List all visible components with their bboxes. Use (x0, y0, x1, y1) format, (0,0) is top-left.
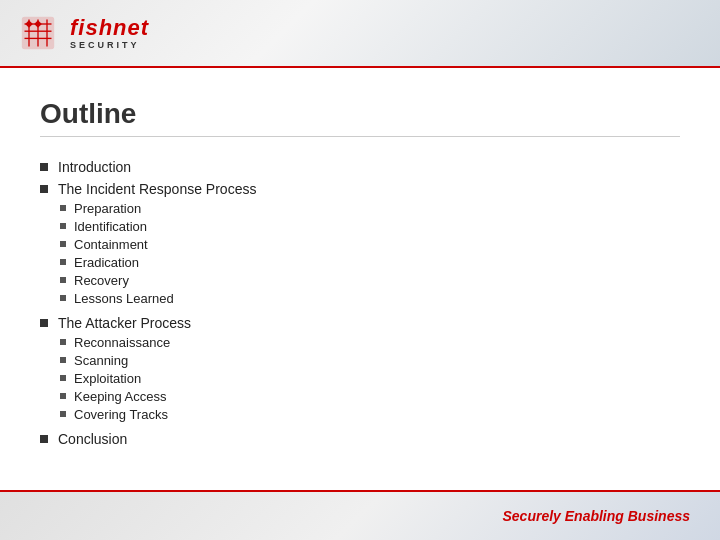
list-item: Lessons Learned (60, 291, 174, 306)
sub-bullet-icon (60, 375, 66, 381)
list-item: Identification (60, 219, 174, 234)
sub-list: Reconnaissance Scanning Exploitation Kee… (60, 335, 170, 425)
sub-item-label: Recovery (74, 273, 129, 288)
footer-tagline: Securely Enabling Business (502, 508, 690, 524)
list-item: Keeping Access (60, 389, 170, 404)
sub-item-label: Containment (74, 237, 148, 252)
list-item: Eradication (60, 255, 174, 270)
sub-item-label: Preparation (74, 201, 141, 216)
sub-bullet-icon (60, 223, 66, 229)
logo-text: fishnet SECURITY (70, 17, 149, 50)
item-label: Conclusion (58, 431, 127, 447)
list-item: Preparation (60, 201, 174, 216)
sub-list: Preparation Identification Containment E… (60, 201, 174, 309)
list-item: The Incident Response Process Preparatio… (40, 181, 680, 309)
list-item: Conclusion (40, 431, 680, 447)
list-item: The Attacker Process Reconnaissance Scan… (40, 315, 680, 425)
logo-security-label: SECURITY (70, 41, 149, 50)
sub-item-label: Keeping Access (74, 389, 167, 404)
sub-bullet-icon (60, 393, 66, 399)
bullet-icon (40, 319, 48, 327)
item-label: The Attacker Process (58, 315, 191, 331)
section-header: The Attacker Process (40, 315, 191, 331)
outline-list: Introduction The Incident Response Proce… (40, 159, 680, 447)
section-header: The Incident Response Process (40, 181, 256, 197)
page-title: Outline (40, 98, 680, 137)
sub-bullet-icon (60, 241, 66, 247)
sub-bullet-icon (60, 205, 66, 211)
fishnet-logo-icon (20, 15, 56, 51)
list-item: Containment (60, 237, 174, 252)
main-content: Outline Introduction The Incident Respon… (0, 68, 720, 473)
sub-bullet-icon (60, 259, 66, 265)
list-item: Reconnaissance (60, 335, 170, 350)
item-label: Introduction (58, 159, 131, 175)
list-item: Scanning (60, 353, 170, 368)
logo-container: fishnet SECURITY (20, 15, 149, 51)
sub-bullet-icon (60, 339, 66, 345)
sub-item-label: Reconnaissance (74, 335, 170, 350)
sub-item-label: Covering Tracks (74, 407, 168, 422)
footer: Securely Enabling Business (0, 490, 720, 540)
sub-bullet-icon (60, 277, 66, 283)
sub-item-label: Lessons Learned (74, 291, 174, 306)
bullet-icon (40, 185, 48, 193)
list-item: Recovery (60, 273, 174, 288)
logo-fishnet-label: fishnet (70, 17, 149, 39)
bullet-icon (40, 163, 48, 171)
item-label: The Incident Response Process (58, 181, 256, 197)
list-item: Covering Tracks (60, 407, 170, 422)
list-item: Introduction (40, 159, 680, 175)
sub-item-label: Scanning (74, 353, 128, 368)
header: fishnet SECURITY (0, 0, 720, 68)
sub-bullet-icon (60, 357, 66, 363)
sub-item-label: Exploitation (74, 371, 141, 386)
sub-item-label: Identification (74, 219, 147, 234)
sub-bullet-icon (60, 295, 66, 301)
list-item: Exploitation (60, 371, 170, 386)
sub-bullet-icon (60, 411, 66, 417)
bullet-icon (40, 435, 48, 443)
sub-item-label: Eradication (74, 255, 139, 270)
